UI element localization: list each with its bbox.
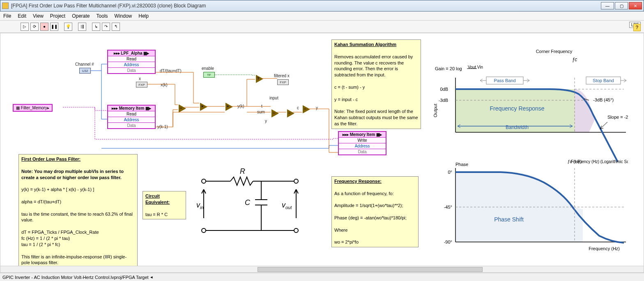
y2-label: y [265,119,267,123]
project-path: GPIC Inverter - AC Induction Motor Volt-… [2,275,149,280]
breadcrumb-arrow-icon[interactable]: ◂ [150,274,153,280]
multiply-node[interactable]: × [199,103,208,111]
titlebar: [FPGA] First Order Low Pass Filter Multi… [0,0,644,12]
abort-button[interactable]: ● [40,23,48,31]
svg-text:vin: vin [196,201,204,210]
channel-label: Channel # [75,62,94,67]
lpf-alpha-read: Read [108,56,155,62]
freq-response-note: Frequency Response: As a function of fre… [331,176,419,247]
svg-text:-45°: -45° [444,205,452,210]
y-label: y [316,106,318,110]
step-over-button[interactable]: ↷ [102,23,110,31]
svg-text:Stop Band: Stop Band [593,78,614,83]
subtract-node-2[interactable]: − [271,110,280,117]
lpf-alpha-header: ▸▸▸ LPF_Alpha ▦▸ [108,51,155,56]
svg-text:Pass Band: Pass Band [494,78,515,83]
svg-text:Phase
Shift: Phase Shift [494,216,524,223]
retain-wire-button[interactable]: ⇶ [78,23,86,31]
menu-help[interactable]: Help [138,13,149,19]
svg-text:R: R [240,167,245,175]
memory-write-address: Address [339,143,386,149]
memory-read-address: Address [108,117,155,123]
svg-text:0°: 0° [448,170,452,175]
dt-tau-label: dT/(tau+dT) [160,69,182,73]
select-node[interactable]: ? [255,75,264,83]
highlight-button[interactable]: 💡 [64,23,72,31]
svg-text:-90°: -90° [444,240,452,244]
xk-label: x(k) [161,83,168,87]
svg-text:Frequency (Hz): Frequency (Hz) [589,246,620,251]
memory-read-block[interactable]: ▸▸▸ Memory Item ▦▸ Read Address Data [107,105,156,129]
memory-read-header: ▸▸▸ Memory Item ▦▸ [108,106,155,111]
lpf-alpha-block[interactable]: ▸▸▸ LPF_Alpha ▦▸ Read Address Data [107,50,156,74]
add-node[interactable]: + [225,103,234,111]
memory-read-data: Data [108,123,155,128]
sum-label: sum [257,110,265,114]
menu-edit[interactable]: Edit [18,13,26,19]
svg-text:Corner
Frequency: Corner Frequency [536,49,573,54]
svg-point-8 [202,228,206,233]
menu-file[interactable]: File [3,13,11,19]
menu-view[interactable]: View [33,13,44,19]
fxp-terminal-input[interactable]: FXP [136,82,147,88]
fxp-terminal-output[interactable]: FXP [277,79,289,85]
input-label: input [269,96,278,100]
subtract-node-1[interactable]: − [178,105,187,112]
lpf-alpha-data: Data [108,68,155,73]
svg-point-10 [294,228,298,233]
menu-tools[interactable]: Tools [97,13,108,19]
svg-text:Bandwidth: Bandwidth [506,124,529,130]
menu-window[interactable]: Window [115,13,132,19]
subtract-node-3[interactable]: − [286,110,295,117]
scrollbar-thumb[interactable] [258,267,483,272]
block-diagram-canvas[interactable]: Channel # U32 x FXP enable TF filtered x… [0,33,644,273]
yk-label: y(k) [237,104,244,108]
svg-text:vout: vout [282,201,292,210]
toolbar: ▷ ⟳ ● ❚❚ 💡 ⇶ ↳ ↷ ↰ LPF ? [0,21,644,33]
svg-text:-3dB: -3dB [439,98,448,103]
menu-project[interactable]: Project [50,13,65,19]
memory-write-block[interactable]: ▸▸▸ Memory Item ▦▸ Write Address Data [338,131,386,155]
yk1-label: y(k-1) [157,124,168,129]
x-label: x [139,76,141,81]
menubar: File Edit View Project Operate Tools Win… [0,12,644,21]
t-label: t [261,104,262,108]
c-label: c [297,106,299,110]
frequency-response-chart: 0dB -3dB Pass Band Stop Band Frequency R… [431,45,628,263]
close-button[interactable]: ✕ [629,2,642,9]
svg-text:Phase: Phase [455,162,468,167]
run-button[interactable]: ▷ [21,23,29,31]
svg-point-3 [294,179,298,183]
filter-memory-ref[interactable]: ▦ Filter_Memory▸ [13,104,53,112]
pause-button[interactable]: ❚❚ [50,23,58,31]
app-icon [2,2,9,9]
svg-text:Slope =
-20dB/Decade: Slope = -20dB/Decade [607,115,628,120]
enable-label: enable [202,66,214,71]
menu-operate[interactable]: Operate [72,13,90,19]
memory-write-op: Write [339,138,386,143]
maximize-button[interactable]: ▢ [615,2,628,9]
circuit-note: Circuit Equivalent: tau = R * C [143,191,186,219]
horizontal-scrollbar[interactable] [0,266,644,272]
subtract-node-4[interactable]: − [302,106,311,113]
minimize-button[interactable]: — [601,2,614,9]
svg-text:ƒc: ƒc [572,57,577,62]
svg-text:-3dB (45°): -3dB (45°) [593,97,614,102]
step-out-button[interactable]: ↰ [112,23,120,31]
circuit-schematic: R C vin vout [191,165,310,243]
statusbar: GPIC Inverter - AC Induction Motor Volt-… [0,273,644,281]
window-title: [FPGA] First Order Low Pass Filter Multi… [11,3,601,9]
svg-text:Frequency
Response: Frequency Response [490,105,544,112]
tf-terminal[interactable]: TF [203,72,215,78]
context-help-button[interactable]: ? [633,24,641,31]
lpf-alpha-address: Address [108,62,155,68]
memory-write-header: ▸▸▸ Memory Item ▦▸ [339,132,386,138]
step-into-button[interactable]: ↳ [92,23,100,31]
svg-text:Frequency (Hz)
(Logarithmic Sc: Frequency (Hz) (Logarithmic Scale) [571,159,628,164]
run-continuous-button[interactable]: ⟳ [30,23,39,31]
filter-note: First Order Low Pass Filter: Note: You m… [18,154,138,268]
memory-read-op: Read [108,111,155,117]
u32-terminal[interactable]: U32 [79,68,91,74]
kahan-note: Kahan Summation Algorithm Removes accumu… [331,39,421,129]
memory-write-data: Data [339,149,386,154]
